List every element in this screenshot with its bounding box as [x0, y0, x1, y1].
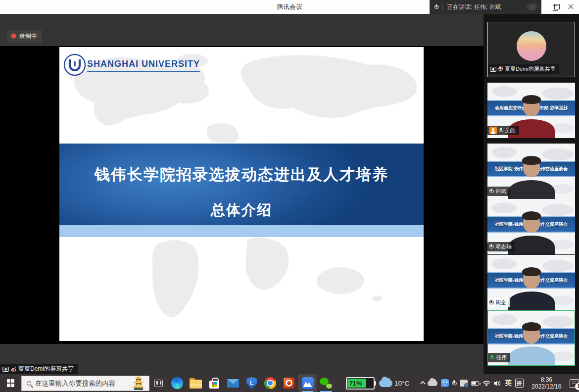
participant-sidebar: 夏夏Demi的屏幕共享 社区学院-钱伟长学院合作交流座谈会 吴皓 社区学院-钱伟… — [483, 14, 579, 374]
participant-tile[interactable]: 社区学院-钱伟长学院合作交流座谈会 许斌 — [487, 144, 575, 199]
divider — [442, 3, 443, 10]
taskbar-app-file-explorer[interactable] — [187, 374, 205, 392]
windows-logo-icon — [7, 379, 15, 387]
battery-percent: 71% — [349, 380, 362, 387]
chrome-icon — [264, 377, 276, 389]
taskbar-app-pc-manager[interactable]: L — [242, 374, 261, 392]
clock-time: 8:36 — [529, 376, 565, 383]
task-view-icon — [154, 380, 163, 387]
participant-nametag: 任伟 — [488, 353, 510, 362]
ime-mode-indicator[interactable]: 拼 — [515, 379, 524, 388]
edge-icon — [171, 377, 183, 389]
screen-share-icon — [490, 67, 496, 72]
office-icon — [284, 378, 294, 389]
participant-tile[interactable]: 社区学院-钱伟长学院合作交流座谈会 周全 — [487, 255, 575, 310]
mic-active-icon — [490, 355, 494, 360]
mail-icon — [227, 379, 239, 388]
person-silhouette — [504, 324, 559, 365]
mic-icon — [499, 128, 503, 133]
host-badge-icon — [489, 127, 497, 134]
tencent-meeting-icon — [302, 377, 314, 389]
slide-title-line2: 总体介绍 — [59, 200, 424, 220]
screen-share-label: 夏夏Demi的屏幕共享 — [18, 365, 74, 373]
speaking-indicator-label: 正在讲话: 任伟; 许斌 — [447, 3, 501, 11]
tim-app-icon[interactable] — [441, 379, 449, 387]
weather-cloud-icon[interactable] — [379, 380, 392, 387]
search-highlight-pagoda-icon[interactable] — [131, 376, 146, 390]
participant-tile[interactable]: 社区学院-钱伟长学院合作交流座谈会 邓志瑞 — [487, 199, 575, 254]
screen-share-banner: 夏夏Demi的屏幕共享 — [0, 364, 78, 374]
mic-icon — [489, 244, 493, 249]
slide-title-banner: 钱伟长学院招录选拔动态进出及人才培养 总体介绍 — [59, 144, 424, 225]
taskbar-search-box[interactable] — [21, 376, 149, 391]
participant-name: 夏夏Demi的屏幕共享 — [505, 65, 556, 73]
cloud-sync-icon[interactable] — [428, 381, 437, 386]
taskbar-app-office[interactable] — [280, 374, 298, 392]
taskbar-clock[interactable]: 8:36 2022/12/16 — [529, 376, 565, 390]
participant-tile-screen-share[interactable]: 夏夏Demi的屏幕共享 — [487, 22, 575, 77]
avatar — [517, 31, 546, 61]
participant-nametag: 许斌 — [487, 187, 510, 196]
participant-nametag: 夏夏Demi的屏幕共享 — [488, 64, 559, 74]
muted-mic-icon — [498, 66, 503, 72]
recording-label: 录制中 — [19, 32, 37, 41]
shared-screen: SHANGHAI UNIVERSITY 钱伟长学院招录选拔动态进出及人才培养 总… — [0, 46, 483, 344]
recording-badge[interactable]: 录制中 — [7, 30, 42, 43]
recording-icon — [11, 34, 16, 39]
microphone-icon — [434, 4, 438, 10]
notification-center-button[interactable]: 1 — [570, 379, 579, 388]
temperature-label[interactable]: 10°C — [394, 380, 409, 387]
wechat-icon — [320, 378, 333, 389]
muted-mic-icon — [11, 366, 16, 372]
ime-language-indicator[interactable]: 英 — [505, 379, 512, 388]
start-button[interactable] — [0, 374, 21, 392]
shanghai-university-emblem — [63, 53, 86, 77]
shield-icon: L — [246, 377, 257, 389]
wifi-icon[interactable] — [482, 380, 490, 386]
speaking-indicator: 正在讲话: 任伟; 许斌 — [430, 0, 541, 14]
participant-tile-active-speaker[interactable]: 社区学院-钱伟长学院合作交流座谈会 任伟 — [487, 310, 575, 366]
mic-icon — [489, 300, 493, 305]
microsoft-store-icon — [209, 381, 219, 389]
participant-nametag: 吴皓 — [487, 126, 519, 135]
participant-name: 许斌 — [495, 188, 506, 195]
participant-nametag: 周全 — [487, 298, 510, 307]
tray-expand-icon[interactable] — [420, 381, 426, 387]
taskbar-app-edge[interactable] — [168, 374, 187, 392]
minimize-button[interactable] — [530, 0, 546, 14]
participant-tile[interactable]: 社区学院-钱伟长学院合作交流座谈会 吴皓 — [487, 83, 575, 138]
tray-mic-icon[interactable] — [452, 380, 457, 387]
search-input[interactable] — [35, 380, 127, 387]
windows-taskbar: L 71% 10°C 英 拼 8:36 2022/12/16 1 — [0, 374, 579, 392]
notification-badge: 1 — [575, 383, 579, 390]
person-silhouette — [504, 269, 559, 310]
screen-share-icon — [2, 367, 9, 372]
close-button[interactable] — [563, 0, 579, 14]
file-explorer-icon — [190, 380, 202, 389]
screenshot-tool-icon[interactable] — [460, 380, 468, 387]
restore-button[interactable] — [546, 0, 563, 14]
search-icon — [27, 381, 31, 386]
underline-rule — [87, 71, 200, 72]
taskbar-app-chrome[interactable] — [261, 374, 280, 392]
clock-date: 2022/12/16 — [529, 383, 565, 390]
task-view-button[interactable] — [149, 374, 168, 392]
taskbar-app-mail[interactable] — [224, 374, 242, 392]
participant-name: 吴皓 — [505, 127, 516, 134]
university-name: SHANGHAI UNIVERSITY — [87, 59, 200, 69]
window-titlebar: 腾讯会议 正在讲话: 任伟; 许斌 — [0, 0, 579, 14]
participant-name: 邓志瑞 — [495, 243, 512, 250]
presentation-slide: SHANGHAI UNIVERSITY 钱伟长学院招录选拔动态进出及人才培养 总… — [59, 47, 424, 341]
battery-widget[interactable]: 71% — [346, 377, 375, 390]
slide-title-line1: 钱伟长学院招录选拔动态进出及人才培养 — [59, 164, 424, 185]
taskbar-app-store[interactable] — [205, 374, 224, 392]
person-silhouette — [504, 157, 559, 199]
slide-accent-strip — [59, 225, 424, 237]
participant-name: 周全 — [495, 299, 506, 306]
taskbar-app-tencent-meeting[interactable] — [298, 374, 317, 392]
mic-icon — [489, 189, 493, 194]
taskbar-app-wechat[interactable] — [317, 374, 336, 392]
speaker-icon[interactable] — [494, 380, 501, 387]
meeting-main-area: 录制中 SHANGHA — [0, 14, 483, 374]
tray-battery-icon[interactable] — [471, 381, 479, 386]
